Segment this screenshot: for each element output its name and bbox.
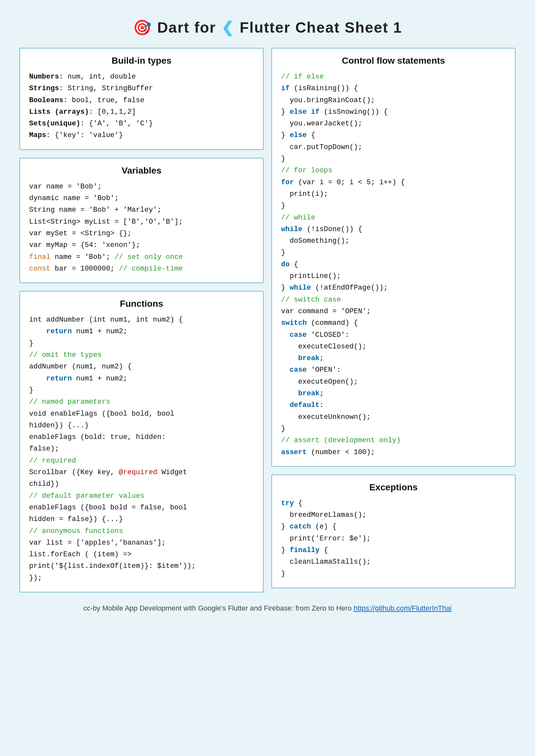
main-layout: Build-in types Numbers: num, int, double…	[19, 48, 516, 592]
footer: cc-by Mobile App Development with Google…	[19, 604, 516, 612]
functions-code: int addNumber (int num1, int num2) { ret…	[29, 314, 254, 584]
exceptions-card: Exceptions try { breedMoreLlamas(); } ca…	[271, 474, 516, 588]
builtin-types-title: Build-in types	[29, 56, 254, 66]
page-header: 🎯 Dart for ❮ Flutter Cheat Sheet 1	[19, 10, 516, 48]
functions-title: Functions	[29, 299, 254, 309]
builtin-types-card: Build-in types Numbers: num, int, double…	[19, 48, 264, 150]
dart-icon: 🎯	[133, 19, 152, 36]
header-title-2: Flutter Cheat Sheet 1	[240, 19, 402, 36]
builtin-types-code: Numbers: num, int, double Strings: Strin…	[29, 71, 254, 142]
flutter-icon: ❮	[221, 19, 235, 36]
footer-text: cc-by Mobile App Development with Google…	[83, 604, 354, 612]
exceptions-title: Exceptions	[281, 482, 506, 493]
functions-card: Functions int addNumber (int num1, int n…	[19, 291, 264, 592]
exceptions-code: try { breedMoreLlamas(); } catch (e) { p…	[281, 498, 506, 580]
control-flow-code: // if else if (isRaining()) { you.bringR…	[281, 71, 506, 458]
control-flow-card: Control flow statements // if else if (i…	[271, 48, 516, 467]
right-column: Control flow statements // if else if (i…	[271, 48, 516, 588]
header-title: Dart for	[157, 19, 216, 36]
variables-code: var name = 'Bob'; dynamic name = 'Bob'; …	[29, 181, 254, 275]
left-column: Build-in types Numbers: num, int, double…	[19, 48, 264, 592]
variables-title: Variables	[29, 166, 254, 176]
control-flow-title: Control flow statements	[281, 56, 506, 66]
footer-link[interactable]: https://github.com/FlutterInThai	[353, 604, 452, 612]
variables-card: Variables var name = 'Bob'; dynamic name…	[19, 158, 264, 283]
